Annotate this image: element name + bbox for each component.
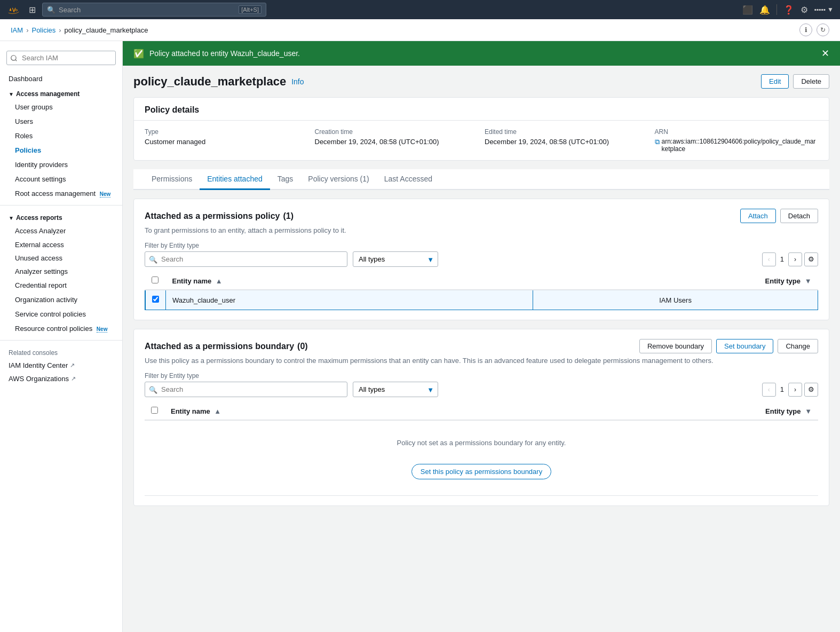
sort-arrow-entity-type-2[interactable]: ▼ [805,407,812,415]
sidebar-item-access-analyzer[interactable]: Access Analyzer [0,224,122,238]
col-entity-type-2: Entity type ▼ [502,402,818,420]
edit-button[interactable]: Edit [761,74,789,89]
permissions-policy-title: Attached as a permissions policy [145,211,280,221]
detail-edited-time: Edited time December 19, 2024, 08:58 (UT… [485,128,648,153]
sidebar-item-rcp[interactable]: Resource control policies New [0,321,122,336]
sidebar-item-scp[interactable]: Service control policies [0,307,122,321]
help-icon[interactable]: ❓ [783,5,794,15]
permissions-boundary-section: Attached as a permissions boundary (0) R… [133,329,829,506]
permissions-boundary-search[interactable] [145,382,347,397]
permissions-boundary-pagination: ‹ 1 › ⚙ [762,383,818,397]
external-link-icon-2: ↗ [71,375,76,382]
sidebar-item-roles[interactable]: Roles [0,129,122,143]
tabs: Permissions Entities attached Tags Polic… [133,169,829,190]
related-consoles-header: Related consoles [0,345,122,359]
select-all-checkbox-1[interactable] [152,276,159,283]
sidebar-item-analyzer-settings[interactable]: Analyzer settings [0,265,122,278]
info-circle-icon[interactable]: ℹ [799,23,812,36]
permissions-policy-count: (1) [283,211,294,221]
entity-name-cell-1: Wazuh_claude_user [166,290,533,310]
detach-button[interactable]: Detach [780,209,818,223]
copy-arn-icon[interactable]: ⧉ [655,138,660,146]
sidebar-item-iam-identity-center[interactable]: IAM Identity Center ↗ [0,359,122,372]
permissions-boundary-type-filter[interactable]: All types [353,382,438,397]
permissions-policy-subtitle: To grant permissions to an entity, attac… [145,226,818,234]
sidebar: Dashboard ▼ Access management User group… [0,41,123,632]
success-message: Policy attached to entity Wazuh_claude_u… [149,49,300,58]
breadcrumb-policies[interactable]: Policies [31,26,56,34]
grid-icon[interactable]: ⊞ [27,3,38,17]
page-number-1: 1 [778,255,786,263]
tab-permissions[interactable]: Permissions [144,169,200,190]
detail-creation-time: Creation time December 19, 2024, 08:58 (… [315,128,479,153]
permissions-boundary-filter-row: 🔍 All types ▼ ‹ 1 › [145,382,818,397]
user-menu[interactable]: ▪▪▪▪▪ ▼ [814,6,834,13]
refresh-icon[interactable]: ↻ [817,23,829,36]
permissions-policy-filter-row: 🔍 All types ▼ ‹ 1 › [145,251,818,267]
global-search-bar[interactable]: 🔍 [Alt+S] [42,3,266,17]
permissions-policy-type-filter[interactable]: All types [353,251,438,267]
sidebar-section-access-management[interactable]: ▼ Access management [0,86,122,100]
close-banner-button[interactable]: ✕ [821,48,829,59]
sidebar-item-aws-organizations[interactable]: AWS Organizations ↗ [0,372,122,385]
sidebar-item-org-activity[interactable]: Organization activity [0,293,122,307]
next-page-btn-1[interactable]: › [788,252,802,266]
sidebar-item-policies[interactable]: Policies [0,143,122,157]
aws-logo[interactable] [6,4,22,15]
tab-entities-attached[interactable]: Entities attached [200,169,270,190]
sort-arrow-entity-type-1[interactable]: ▼ [805,277,812,285]
bell-icon[interactable]: 🔔 [759,5,770,15]
sidebar-item-dashboard[interactable]: Dashboard [0,72,122,86]
detail-type: Type Customer managed [145,128,308,153]
success-icon: ✅ [133,49,144,59]
sidebar-item-identity-providers[interactable]: Identity providers [0,157,122,172]
prev-page-btn-1[interactable]: ‹ [762,252,776,266]
select-all-checkbox-2[interactable] [151,407,158,414]
delete-button[interactable]: Delete [793,74,829,89]
terminal-icon[interactable]: ⬛ [742,5,753,15]
filter-entity-type-label-2: Filter by Entity type [145,372,818,380]
sidebar-item-unused-access[interactable]: Unused access [0,251,122,265]
row-checkbox-1[interactable] [152,296,159,303]
page-title: policy_claude_marketplace [133,75,286,89]
global-search-input[interactable] [59,6,235,14]
set-permissions-boundary-button[interactable]: Set this policy as permissions boundary [411,464,551,479]
sidebar-item-external-access[interactable]: External access [0,238,122,251]
sidebar-item-root-access[interactable]: Root access management New [0,186,122,201]
sort-arrow-entity-name-2[interactable]: ▲ [214,407,221,415]
tab-last-accessed[interactable]: Last Accessed [377,169,440,190]
table-row[interactable]: Wazuh_claude_user IAM Users [145,290,818,310]
external-link-icon: ↗ [70,362,75,369]
permissions-boundary-table: Entity name ▲ Entity type ▼ [145,402,818,496]
attach-button[interactable]: Attach [740,209,776,223]
sidebar-section-access-reports[interactable]: ▼ Access reports [0,210,122,224]
sidebar-item-users[interactable]: Users [0,114,122,129]
prev-page-btn-2[interactable]: ‹ [762,383,776,397]
col-entity-name-1: Entity name ▲ [166,272,533,290]
sidebar-item-user-groups[interactable]: User groups [0,100,122,114]
search-icon-2: 🔍 [149,385,157,393]
permissions-policy-section: Attached as a permissions policy (1) Att… [133,199,829,320]
change-button[interactable]: Change [778,339,818,353]
tab-policy-versions[interactable]: Policy versions (1) [300,169,376,190]
search-icon-1: 🔍 [149,255,157,263]
sidebar-item-credential-report[interactable]: Credential report [0,278,122,293]
next-page-btn-2[interactable]: › [788,383,802,397]
permissions-boundary-title: Attached as a permissions boundary [145,342,294,351]
sidebar-item-account-settings[interactable]: Account settings [0,172,122,186]
search-icon: 🔍 [47,6,56,14]
breadcrumb-iam[interactable]: IAM [11,26,23,34]
sidebar-search-input[interactable] [6,51,116,65]
table-settings-btn-2[interactable]: ⚙ [804,383,818,397]
info-link[interactable]: Info [291,77,304,86]
filter-entity-type-label-1: Filter by Entity type [145,242,818,249]
set-boundary-button[interactable]: Set boundary [716,339,773,353]
tab-tags[interactable]: Tags [270,169,301,190]
permissions-policy-search[interactable] [145,251,347,267]
table-settings-btn-1[interactable]: ⚙ [804,252,818,266]
remove-boundary-button[interactable]: Remove boundary [639,339,712,353]
sort-arrow-entity-name-1[interactable]: ▲ [216,277,223,285]
main-content: ✅ Policy attached to entity Wazuh_claude… [123,41,840,632]
col-entity-type-1: Entity type ▼ [533,272,818,290]
settings-icon[interactable]: ⚙ [801,5,808,15]
